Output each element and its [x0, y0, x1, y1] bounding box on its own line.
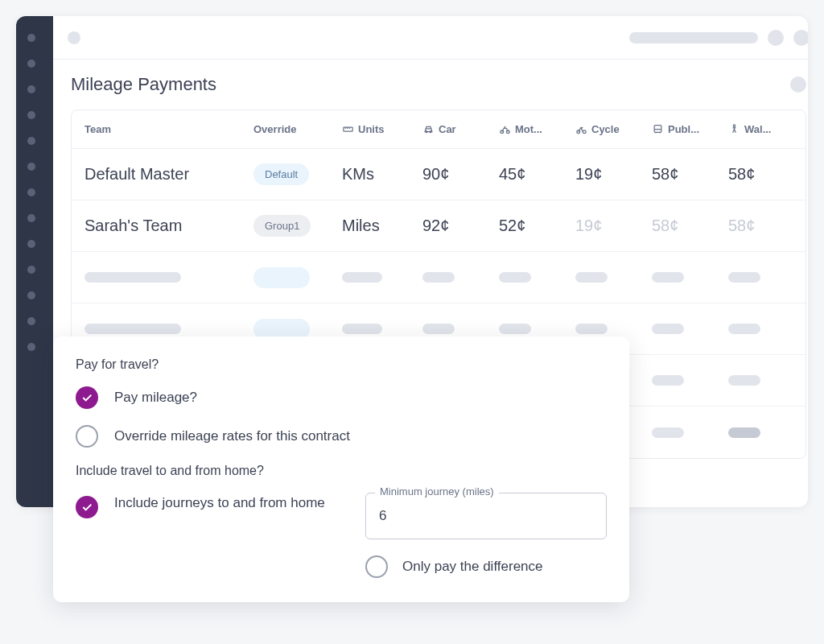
page-header: Mileage Payments — [71, 74, 806, 95]
th-override: Override — [253, 123, 342, 135]
override-badge: Default — [253, 163, 309, 185]
cell-walking: 58¢ — [728, 217, 793, 235]
svg-point-6 — [583, 130, 586, 134]
checkbox-unchecked-icon[interactable] — [365, 555, 388, 578]
option-include-home[interactable]: Include journeys to and from home — [76, 493, 349, 518]
ruler-icon — [342, 123, 354, 135]
cell-public: 58¢ — [652, 165, 728, 184]
header-action-placeholder — [790, 76, 806, 93]
sidebar-item[interactable] — [27, 240, 42, 248]
table-header-row: Team Override Units Car Mot... — [72, 110, 805, 149]
sidebar-item[interactable] — [27, 343, 42, 351]
cell-team: Default Master — [84, 165, 253, 184]
cell-motorbike: 52¢ — [499, 217, 575, 235]
table-row[interactable]: Default Master Default KMs 90¢ 45¢ 19¢ 5… — [72, 149, 805, 200]
th-walking: Wal... — [728, 123, 793, 135]
car-icon — [422, 123, 435, 135]
option-label: Override mileage rates for this contract — [114, 428, 350, 444]
th-motorbike: Mot... — [499, 123, 575, 135]
min-journey-input[interactable] — [365, 493, 607, 539]
sidebar-item[interactable] — [27, 188, 42, 196]
page-title: Mileage Payments — [71, 74, 216, 95]
checkbox-checked-icon[interactable] — [76, 386, 98, 409]
sidebar-item[interactable] — [27, 111, 42, 119]
sidebar-item[interactable] — [27, 34, 42, 42]
option-override-rates[interactable]: Override mileage rates for this contract — [76, 425, 607, 448]
option-label: Pay mileage? — [114, 390, 197, 406]
override-badge: Group1 — [253, 215, 311, 237]
input-label: Minimum journey (miles) — [375, 485, 499, 497]
sidebar-item[interactable] — [27, 60, 42, 68]
cell-cycle: 19¢ — [575, 217, 652, 235]
travel-settings-panel: Pay for travel? Pay mileage? Override mi… — [53, 336, 629, 602]
th-units: Units — [342, 123, 422, 135]
th-cycle: Cycle — [575, 123, 652, 135]
motorbike-icon — [499, 123, 511, 135]
walk-icon — [728, 123, 740, 135]
sidebar-item[interactable] — [27, 163, 42, 171]
table-row[interactable]: Sarah's Team Group1 Miles 92¢ 52¢ 19¢ 58… — [72, 200, 805, 252]
section-label-pay: Pay for travel? — [76, 357, 607, 372]
option-label: Only pay the difference — [402, 559, 543, 575]
sidebar-item[interactable] — [27, 137, 42, 145]
option-pay-mileage[interactable]: Pay mileage? — [76, 386, 607, 409]
cell-motorbike: 45¢ — [499, 165, 575, 184]
checkbox-checked-icon[interactable] — [76, 496, 98, 518]
th-public: Publ... — [652, 123, 728, 135]
option-pay-difference[interactable]: Only pay the difference — [365, 555, 607, 578]
sidebar-item[interactable] — [27, 85, 42, 93]
svg-point-8 — [733, 125, 735, 127]
th-team: Team — [84, 123, 253, 135]
topbar — [53, 16, 808, 60]
topbar-placeholder — [629, 32, 758, 43]
cell-car: 90¢ — [422, 165, 499, 184]
topbar-avatar-placeholder — [793, 30, 808, 46]
topbar-placeholder — [68, 31, 80, 44]
cell-override: Group1 — [253, 215, 342, 237]
sidebar — [16, 16, 53, 507]
min-journey-field: Minimum journey (miles) — [365, 493, 607, 539]
checkbox-unchecked-icon[interactable] — [76, 425, 98, 448]
sidebar-item[interactable] — [27, 291, 42, 299]
cell-units: KMs — [342, 165, 422, 184]
sidebar-item[interactable] — [27, 317, 42, 325]
table-row-placeholder — [72, 252, 805, 303]
bicycle-icon — [575, 123, 587, 135]
option-label: Include journeys to and from home — [114, 493, 325, 514]
cell-walking: 58¢ — [728, 165, 793, 184]
cell-car: 92¢ — [422, 217, 499, 235]
topbar-avatar-placeholder — [768, 30, 784, 46]
cell-team: Sarah's Team — [84, 217, 253, 235]
th-car: Car — [422, 123, 499, 135]
sidebar-item[interactable] — [27, 266, 42, 274]
section-label-home: Include travel to and from home? — [76, 464, 607, 478]
sidebar-item[interactable] — [27, 214, 42, 222]
cell-units: Miles — [342, 217, 422, 235]
bus-icon — [652, 123, 664, 135]
cell-public: 58¢ — [652, 217, 728, 235]
cell-override: Default — [253, 163, 342, 185]
cell-cycle: 19¢ — [575, 165, 652, 184]
